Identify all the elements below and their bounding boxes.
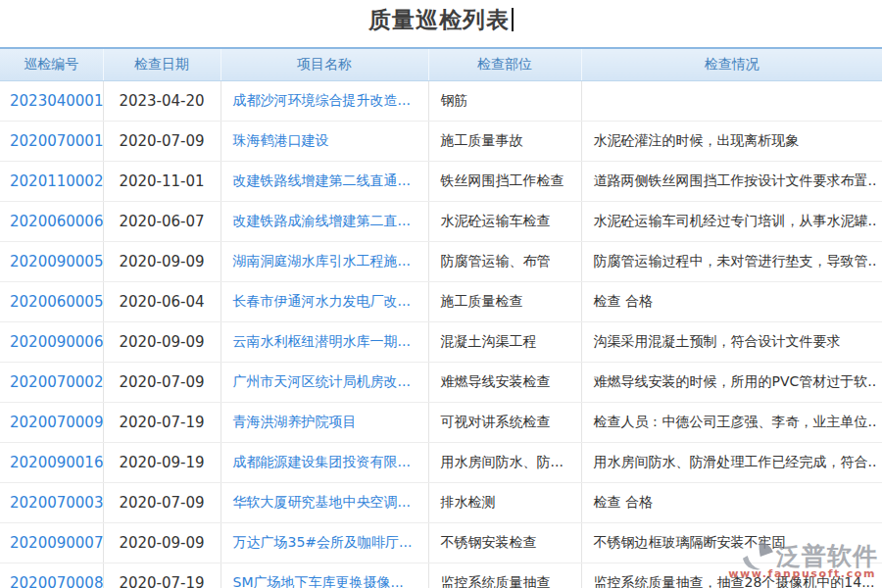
inspection-table: 巡检编号检查日期项目名称检查部位检查情况 20230400012023-04-2… [0,47,882,588]
part-cell: 施工质量事故 [428,121,581,161]
date-cell: 2020-07-19 [103,402,220,442]
project-link[interactable]: 改建铁路成渝线增建第二直... [233,213,411,228]
id-cell: 2023040001 [0,80,103,121]
title-bar: 质量巡检列表 [0,0,882,47]
part-cell: 防腐管运输、布管 [428,241,581,281]
page-title: 质量巡检列表 [368,7,510,32]
project-link[interactable]: 云南水利枢纽潜明水库一期... [233,333,411,349]
situation-cell: 难燃导线安装的时候，所用的PVC管材过于软.. [581,362,882,402]
project-link[interactable]: 成都沙河环境综合提升改造... [233,92,411,108]
project-link[interactable]: 成都能源建设集团投资有限... [233,454,411,469]
date-cell: 2020-07-19 [103,563,220,588]
part-cell: 监控系统质量抽查 [428,563,581,588]
situation-cell: 沟渠采用混凝土预制，符合设计文件要求 [581,321,882,362]
id-link[interactable]: 2020090016 [10,454,103,471]
id-cell: 2020070003 [0,482,103,522]
id-cell: 2020060005 [0,281,103,321]
project-cell: 青海洪湖养护院项目 [220,402,428,442]
id-link[interactable]: 2020090006 [10,333,103,351]
table-row: 20201100022020-11-01改建铁路线增建第二线直通...铁丝网围挡… [0,161,882,201]
date-cell: 2020-09-09 [103,321,220,362]
project-cell: 湖南洞庭湖水库引水工程施... [220,241,428,281]
project-link[interactable]: 长春市伊通河水力发电厂改... [233,293,411,309]
date-cell: 2020-09-19 [103,442,220,482]
id-cell: 2020070002 [0,362,103,402]
situation-cell [581,80,882,121]
id-cell: 2020090005 [0,241,103,281]
situation-cell: 不锈钢边框玻璃隔断安装不牢固 [581,522,882,563]
date-cell: 2020-06-07 [103,201,220,241]
project-link[interactable]: 青海洪湖养护院项目 [233,414,357,429]
table-row: 20200600062020-06-07改建铁路成渝线增建第二直...水泥砼运输… [0,201,882,241]
table-row: 20200700012020-07-09珠海鹤港口建设施工质量事故水泥砼灌注的时… [0,121,882,161]
project-link[interactable]: SM广场地下车库更换摄像... [233,574,404,588]
table-row: 20230400012023-04-20成都沙河环境综合提升改造...钢筋 [0,80,882,121]
situation-cell: 防腐管运输过程中，未对管进行垫支，导致管.. [581,241,882,281]
project-cell: 改建铁路线增建第二线直通... [220,161,428,201]
part-cell: 施工质量检查 [428,281,581,321]
date-cell: 2023-04-20 [103,80,220,121]
situation-cell: 水泥砼运输车司机经过专门培训，从事水泥罐.. [581,201,882,241]
date-cell: 2020-07-09 [103,121,220,161]
project-link[interactable]: 万达广场35#会所及咖啡厅... [233,534,413,550]
table-row: 20200700092020-07-19青海洪湖养护院项目可视对讲系统检查检查人… [0,402,882,442]
id-link[interactable]: 2020070002 [10,373,103,391]
project-link[interactable]: 改建铁路线增建第二线直通... [233,172,411,188]
id-cell: 2020070008 [0,563,103,588]
table-row: 20200900072020-09-09万达广场35#会所及咖啡厅...不锈钢安… [0,522,882,563]
part-cell: 不锈钢安装检查 [428,522,581,563]
project-link[interactable]: 湖南洞庭湖水库引水工程施... [233,253,411,269]
id-cell: 2020110002 [0,161,103,201]
id-link[interactable]: 2020090005 [10,253,103,270]
date-cell: 2020-09-09 [103,241,220,281]
column-header: 检查日期 [103,48,220,80]
project-cell: 华软大厦研究基地中央空调... [220,482,428,522]
project-link[interactable]: 华软大厦研究基地中央空调... [233,494,411,510]
id-link[interactable]: 2020060006 [10,213,103,230]
situation-cell: 水泥砼灌注的时候，出现离析现象 [581,121,882,161]
situation-cell: 用水房间防水、防滑处理工作已经完成，符合.. [581,442,882,482]
id-link[interactable]: 2020070003 [10,494,103,512]
id-link[interactable]: 2023040001 [10,92,103,110]
project-cell: 广州市天河区统计局机房改... [220,362,428,402]
project-cell: 改建铁路成渝线增建第二直... [220,201,428,241]
date-cell: 2020-11-01 [103,161,220,201]
id-cell: 2020090006 [0,321,103,362]
situation-cell: 监控系统质量抽查，抽查28个摄像机中的14... [581,563,882,588]
project-cell: 云南水利枢纽潜明水库一期... [220,321,428,362]
column-header: 检查部位 [428,48,581,80]
id-link[interactable]: 2020070001 [10,132,103,150]
project-cell: 成都沙河环境综合提升改造... [220,80,428,121]
part-cell: 水泥砼运输车检查 [428,201,581,241]
part-cell: 钢筋 [428,80,581,121]
id-link[interactable]: 2020070009 [10,414,103,431]
table-row: 20200900062020-09-09云南水利枢纽潜明水库一期...混凝土沟渠… [0,321,882,362]
column-header: 项目名称 [220,48,428,80]
part-cell: 用水房间防水、防... [428,442,581,482]
table-row: 20200900162020-09-19成都能源建设集团投资有限...用水房间防… [0,442,882,482]
id-cell: 2020070001 [0,121,103,161]
part-cell: 铁丝网围挡工作检查 [428,161,581,201]
situation-cell: 检查 合格 [581,281,882,321]
id-link[interactable]: 2020060005 [10,293,103,311]
project-cell: 珠海鹤港口建设 [220,121,428,161]
id-link[interactable]: 2020110002 [10,172,103,190]
situation-cell: 检查人员：中德公司王彦强、李奇，业主单位.. [581,402,882,442]
situation-cell: 检查 合格 [581,482,882,522]
table-row: 20200700032020-07-09华软大厦研究基地中央空调...排水检测检… [0,482,882,522]
part-cell: 难燃导线安装检查 [428,362,581,402]
id-cell: 2020060006 [0,201,103,241]
project-link[interactable]: 广州市天河区统计局机房改... [233,373,411,389]
id-cell: 2020090007 [0,522,103,563]
id-link[interactable]: 2020070008 [10,574,103,588]
project-cell: SM广场地下车库更换摄像... [220,563,428,588]
project-link[interactable]: 珠海鹤港口建设 [233,132,329,148]
date-cell: 2020-09-09 [103,522,220,563]
table-row: 20200600052020-06-04长春市伊通河水力发电厂改...施工质量检… [0,281,882,321]
part-cell: 排水检测 [428,482,581,522]
id-cell: 2020070009 [0,402,103,442]
table-row: 20200900052020-09-09湖南洞庭湖水库引水工程施...防腐管运输… [0,241,882,281]
part-cell: 可视对讲系统检查 [428,402,581,442]
id-link[interactable]: 2020090007 [10,534,103,552]
column-header: 检查情况 [581,48,882,80]
